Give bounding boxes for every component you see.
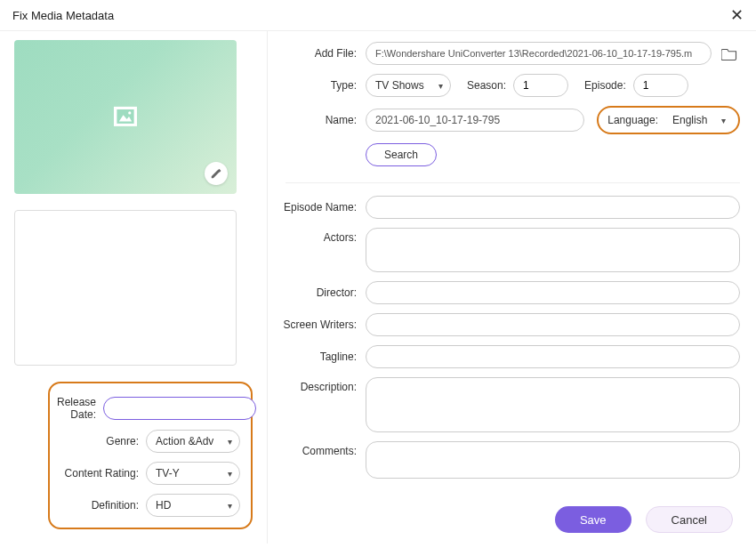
- genre-value: Action &Adv: [156, 435, 213, 447]
- screen-writers-label: Screen Writers:: [268, 318, 357, 331]
- language-label: Language:: [607, 114, 658, 126]
- director-input[interactable]: [366, 281, 740, 304]
- browse-folder-button[interactable]: [719, 44, 740, 62]
- genre-label: Genre:: [57, 435, 139, 447]
- language-group: Language: English ▾: [597, 106, 740, 134]
- release-date-label: Release Date:: [57, 396, 96, 421]
- type-select[interactable]: TV Shows ▾: [366, 74, 451, 97]
- content-rating-label: Content Rating:: [57, 467, 139, 480]
- chevron-down-icon: ▾: [228, 501, 232, 511]
- comments-label: Comments:: [268, 441, 357, 457]
- folder-icon: [721, 46, 737, 60]
- tagline-label: Tagline:: [268, 351, 357, 363]
- cancel-button[interactable]: Cancel: [646, 506, 733, 533]
- genre-select[interactable]: Action &Adv ▾: [146, 430, 240, 453]
- type-value: TV Shows: [375, 79, 424, 92]
- chevron-down-icon: ▾: [228, 437, 232, 447]
- window-title: Fix Media Metadata: [12, 9, 114, 22]
- content-rating-value: TV-Y: [156, 467, 180, 480]
- language-select[interactable]: English ▾: [665, 110, 733, 130]
- screen-writers-input[interactable]: [366, 313, 740, 336]
- definition-value: HD: [156, 499, 171, 512]
- add-file-path: F:\Wondershare UniConverter 13\Recorded\…: [366, 42, 712, 65]
- metadata-group: Release Date: Genre: Action &Adv ▾ Conte…: [48, 382, 253, 529]
- type-label: Type:: [268, 79, 357, 92]
- season-label: Season:: [467, 79, 506, 92]
- chevron-down-icon: ▾: [228, 469, 232, 479]
- definition-select[interactable]: HD ▾: [146, 494, 240, 517]
- chevron-down-icon: ▾: [438, 81, 443, 91]
- thumbnail-preview: [14, 40, 237, 194]
- left-pane: Release Date: Genre: Action &Adv ▾ Conte…: [0, 31, 267, 544]
- save-button[interactable]: Save: [555, 506, 631, 533]
- language-value: English: [672, 114, 707, 126]
- episode-label: Episode:: [584, 79, 626, 92]
- episode-name-input[interactable]: [366, 196, 740, 219]
- titlebar: Fix Media Metadata ✕: [0, 0, 756, 31]
- close-icon[interactable]: ✕: [730, 7, 744, 23]
- episode-input[interactable]: [633, 74, 688, 97]
- chevron-down-icon: ▾: [721, 116, 726, 125]
- tagline-input[interactable]: [366, 345, 740, 368]
- season-input[interactable]: [513, 74, 568, 97]
- footer: Save Cancel: [268, 501, 740, 533]
- right-pane: Add File: F:\Wondershare UniConverter 13…: [267, 31, 756, 544]
- actors-label: Actors:: [268, 228, 357, 244]
- description-input[interactable]: [366, 377, 740, 432]
- secondary-preview: [14, 210, 237, 366]
- director-label: Director:: [268, 286, 357, 299]
- description-label: Description:: [268, 377, 357, 393]
- name-input[interactable]: [366, 109, 584, 132]
- comments-input[interactable]: [366, 441, 740, 479]
- episode-name-label: Episode Name:: [268, 201, 357, 214]
- divider: [286, 182, 740, 183]
- definition-label: Definition:: [57, 499, 139, 512]
- release-date-input[interactable]: [103, 397, 256, 420]
- actors-input[interactable]: [366, 228, 740, 272]
- pencil-icon: [210, 167, 222, 180]
- content-rating-select[interactable]: TV-Y ▾: [146, 462, 240, 485]
- svg-point-2: [128, 111, 131, 114]
- search-button[interactable]: Search: [366, 143, 437, 166]
- add-file-label: Add File:: [268, 47, 357, 60]
- edit-thumbnail-button[interactable]: [205, 162, 228, 185]
- image-placeholder-icon: [114, 106, 137, 125]
- name-label: Name:: [268, 114, 357, 126]
